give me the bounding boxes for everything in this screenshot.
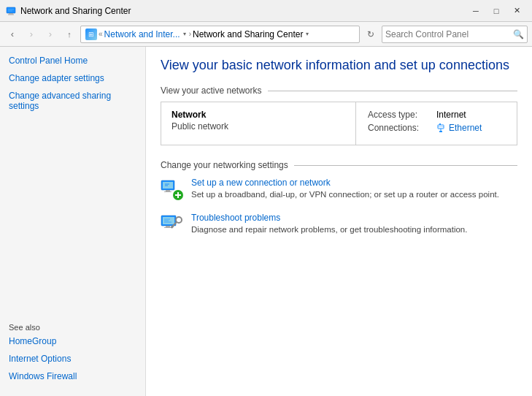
connections-row: Connections: <box>368 123 505 133</box>
breadcrumb-current: Network and Sharing Center <box>193 29 303 39</box>
forward-button[interactable]: › <box>23 26 39 42</box>
new-connection-desc: Set up a broadband, dial-up, or VPN conn… <box>191 190 499 199</box>
breadcrumb-sep-2: › <box>189 30 191 38</box>
active-networks-label: View your active networks <box>161 85 517 96</box>
network-type: Public network <box>171 121 345 132</box>
title-bar-left: Network and Sharing Center <box>6 6 131 16</box>
sidebar-adapter-link[interactable]: Change adapter settings <box>9 73 136 83</box>
main-layout: Control Panel Home Change adapter settin… <box>0 47 532 396</box>
new-connection-link[interactable]: Set up a new connection or network <box>191 178 499 188</box>
change-settings-label: Change your networking settings <box>161 160 517 170</box>
new-connection-item: Set up a new connection or network Set u… <box>161 178 517 201</box>
troubleshoot-desc: Diagnose and repair network problems, or… <box>191 225 467 234</box>
up-button[interactable]: ↑ <box>61 26 77 42</box>
close-button[interactable]: ✕ <box>507 4 526 18</box>
breadcrumb-sep-1: « <box>99 30 103 38</box>
sidebar-firewall-link[interactable]: Windows Firewall <box>9 371 136 381</box>
window-controls: ─ □ ✕ <box>466 4 526 18</box>
svg-rect-25 <box>164 227 171 228</box>
breadcrumb-bar: ⊞ « Network and Inter... ▾ › Network and… <box>80 26 360 43</box>
troubleshoot-link[interactable]: Troubleshoot problems <box>191 213 467 223</box>
connections-label: Connections: <box>368 123 433 133</box>
breadcrumb-system-icon: ⊞ <box>85 28 97 40</box>
back-button[interactable]: ‹ <box>4 26 20 42</box>
breadcrumb-dropdown-2[interactable]: ▾ <box>304 31 310 37</box>
svg-rect-6 <box>439 123 441 125</box>
search-button[interactable]: 🔍 <box>513 29 524 39</box>
troubleshoot-text: Troubleshoot problems Diagnose and repai… <box>191 213 467 235</box>
svg-point-29 <box>176 217 182 223</box>
window-title: Network and Sharing Center <box>20 6 131 16</box>
search-box: 🔍 <box>382 26 528 43</box>
network-box: Network Public network Access type: Inte… <box>161 102 517 145</box>
network-left: Network Public network <box>161 102 356 145</box>
see-also-title: See also <box>9 323 136 332</box>
page-title: View your basic network information and … <box>161 57 517 74</box>
app-icon <box>6 6 16 16</box>
refresh-button[interactable]: ↻ <box>363 26 379 42</box>
breadcrumb-network-inter[interactable]: Network and Inter... <box>104 29 180 39</box>
minimize-button[interactable]: ─ <box>466 4 485 18</box>
network-name: Network <box>171 110 345 120</box>
svg-rect-24 <box>166 226 170 227</box>
svg-rect-2 <box>8 14 14 15</box>
ethernet-link[interactable]: Ethernet <box>436 123 482 133</box>
new-connection-text: Set up a new connection or network Set u… <box>191 178 499 199</box>
troubleshoot-icon <box>161 213 184 236</box>
svg-rect-15 <box>166 190 170 191</box>
nav-bar: ‹ › › ↑ ⊞ « Network and Inter... ▾ › Net… <box>0 22 532 47</box>
sidebar-advanced-link[interactable]: Change advanced sharing settings <box>9 91 136 111</box>
sidebar-homegroup-link[interactable]: HomeGroup <box>9 336 136 346</box>
access-type-value: Internet <box>436 110 466 120</box>
maximize-button[interactable]: □ <box>487 4 506 18</box>
troubleshoot-item: Troubleshoot problems Diagnose and repai… <box>161 213 517 236</box>
svg-rect-8 <box>439 131 442 132</box>
ethernet-icon <box>436 123 447 133</box>
access-type-row: Access type: Internet <box>368 110 505 120</box>
svg-rect-19 <box>175 194 181 196</box>
ethernet-link-text: Ethernet <box>449 123 482 133</box>
svg-rect-0 <box>7 7 15 13</box>
sidebar-internet-options-link[interactable]: Internet Options <box>9 354 136 364</box>
breadcrumb-dropdown-1[interactable]: ▾ <box>182 31 188 37</box>
sidebar: Control Panel Home Change adapter settin… <box>0 47 146 396</box>
title-bar: Network and Sharing Center ─ □ ✕ <box>0 0 532 22</box>
access-type-label: Access type: <box>368 110 433 120</box>
new-connection-icon <box>161 178 184 201</box>
network-right: Access type: Internet Connections: <box>356 102 517 145</box>
svg-rect-16 <box>164 191 171 192</box>
content-area: View your basic network information and … <box>146 47 532 396</box>
sidebar-home-link[interactable]: Control Panel Home <box>9 56 136 66</box>
search-input[interactable] <box>385 29 513 39</box>
forward-button-2[interactable]: › <box>42 26 58 42</box>
svg-rect-1 <box>9 13 13 15</box>
